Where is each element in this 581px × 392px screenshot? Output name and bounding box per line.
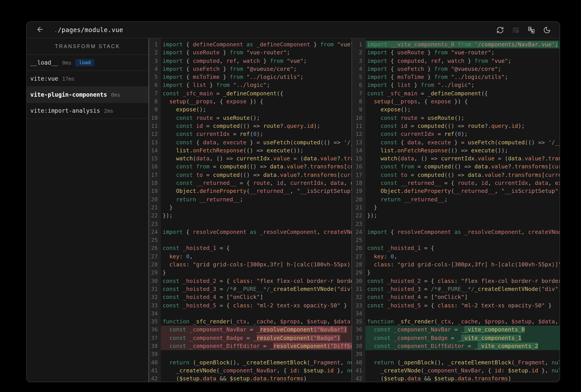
code-line: 2import { useRoute } from "vue-router"; <box>149 49 352 57</box>
code-line: 39 <box>352 350 560 358</box>
line-number: 27 <box>352 252 365 260</box>
code-text <box>365 310 560 318</box>
line-number: 29 <box>352 269 365 277</box>
sidebar-item-vite-plugin-components[interactable]: vite-plugin-components0ms <box>27 87 148 103</box>
code-text: key: 0, <box>365 252 560 260</box>
line-number: 28 <box>352 260 365 269</box>
line-number: 10 <box>149 114 161 122</box>
code-line: 38 const _component_DiffEditor = __vite_… <box>352 342 560 350</box>
code-text: import { useFetch } from "@vueuse/core"; <box>365 65 560 73</box>
code-text: const _component_NavBar = _resolveCompon… <box>161 326 352 334</box>
sidebar-item-load[interactable]: __load__0msload <box>27 55 148 71</box>
line-number: 39 <box>149 350 161 358</box>
code-line: 5import { msToTime } from "../logic/util… <box>149 73 352 81</box>
line-number: 13 <box>149 138 161 146</box>
line-number: 20 <box>352 195 365 204</box>
line-number: 10 <box>352 114 365 122</box>
line-number: 37 <box>352 334 365 342</box>
line-number: 36 <box>352 326 365 334</box>
wrap-lines-button[interactable] <box>512 26 520 34</box>
compare-columns-button[interactable] <box>528 26 535 34</box>
code-line: 12 const currentIdx = ref(0); <box>352 130 560 138</box>
code-text: setup(__props, { expose }) { <box>365 98 560 106</box>
line-number: 41 <box>352 366 365 375</box>
line-number: 8 <box>149 98 161 106</box>
code-text: import __vite_components_0 from '/compon… <box>365 40 560 49</box>
line-number: 35 <box>149 318 161 326</box>
code-line: 37 const _component_Badge = __vite_compo… <box>352 334 560 342</box>
code-text: return __returned__; <box>365 195 560 204</box>
code-line: 14 list.onFetchResponse(() => execute())… <box>149 146 352 155</box>
code-line: 33const _hoisted_5 = { class: "ml-2 text… <box>352 301 560 310</box>
line-number: 2 <box>149 49 161 57</box>
code-text: expose(); <box>161 106 352 114</box>
sidebar-item-vite-vue[interactable]: vite:vue17ms <box>27 71 148 87</box>
code-text: }); <box>161 212 352 220</box>
code-line: 9 expose(); <box>352 106 560 114</box>
code-text: import { list } from "../logic"; <box>365 81 560 90</box>
diff-word-highlight: resolveComponent("NavBar") <box>260 326 347 333</box>
code-line: 22}); <box>149 212 352 220</box>
code-line: 42 ($setup.data && $setup.data.transform… <box>149 375 352 382</box>
code-line: 32const _hoisted_4 = ["onClick"] <box>149 293 352 301</box>
code-text: import { useFetch } from "@vueuse/core"; <box>161 65 352 73</box>
code-text: _createVNode(_component_NavBar, { id: $s… <box>365 366 560 375</box>
code-line: 24import { resolveComponent as _resolveC… <box>149 228 352 236</box>
code-line: 4import { useFetch } from "@vueuse/core"… <box>149 65 352 73</box>
line-number: 3 <box>149 57 161 65</box>
code-line: 28 class: "grid grid-cols-[300px,3fr] h-… <box>149 260 352 269</box>
code-text <box>365 236 560 244</box>
code-text: }); <box>365 212 560 220</box>
line-number: 22 <box>149 212 161 220</box>
code-text: const _component_DiffEditor = __vite_com… <box>365 342 560 350</box>
dark-mode-button[interactable] <box>543 26 551 34</box>
code-line: 7const _sfc_main = _defineComponent({ <box>149 90 352 98</box>
code-text: list.onFetchResponse(() => execute()); <box>161 146 352 155</box>
diff-word-highlight: resolveComponent("Badge") <box>257 334 340 341</box>
back-button[interactable] <box>36 26 44 34</box>
line-number: 34 <box>149 310 161 318</box>
line-number: 30 <box>352 277 365 285</box>
refresh-button[interactable] <box>496 26 504 34</box>
code-text: const _hoisted_2 = { class: "flex flex-c… <box>365 277 560 285</box>
code-line: 30const _hoisted_2 = { class: "flex flex… <box>149 277 352 285</box>
line-number: 23 <box>149 220 161 228</box>
code-text: import { computed, ref, watch } from "vu… <box>365 57 560 65</box>
line-number: 6 <box>352 81 365 90</box>
code-line: 23 <box>149 220 352 228</box>
code-text: const _component_DiffEditor = _resolveCo… <box>161 342 352 350</box>
line-number: 25 <box>352 236 365 244</box>
code-text: const _hoisted_1 = { <box>365 244 560 252</box>
line-number: 37 <box>149 334 161 342</box>
line-number: 15 <box>352 154 365 163</box>
code-line: 19 Object.defineProperty(__returned__, "… <box>149 187 352 196</box>
code-text: const _hoisted_5 = { class: "ml-2 text-x… <box>365 301 560 310</box>
line-number: 31 <box>352 285 365 293</box>
code-text: import { msToTime } from "../logic/utils… <box>365 73 560 81</box>
line-number: 35 <box>352 318 365 326</box>
sidebar-item-vite-import-analysis[interactable]: vite:import-analysis2ms <box>27 103 148 119</box>
line-number: 14 <box>149 146 161 155</box>
diff-word-highlight: _vite_components_1 <box>461 334 522 341</box>
code-text: const _sfc_main = _defineComponent({ <box>161 90 352 98</box>
code-text: import { useRoute } from "vue-router"; <box>365 49 560 57</box>
code-line: 24import { resolveComponent as _resolveC… <box>352 228 560 236</box>
line-number: 29 <box>149 269 161 277</box>
code-text: const from = computed(() => data.value?.… <box>161 163 352 171</box>
diff-before-panel[interactable]: 1import { defineComponent as _defineComp… <box>149 38 352 382</box>
load-badge: load <box>76 59 94 66</box>
code-line: 18 const __returned__ = { route, id, cur… <box>352 179 560 187</box>
line-number: 13 <box>352 138 365 146</box>
code-line: 31const _hoisted_3 = /*#__PURE__*/_creat… <box>352 285 560 293</box>
line-number: 14 <box>352 146 365 155</box>
line-number: 30 <box>149 277 161 285</box>
code-text: const _hoisted_5 = { class: "ml-2 text-x… <box>161 301 352 310</box>
line-number: 38 <box>149 342 161 350</box>
diff-after-panel[interactable]: 1import __vite_components_0 from '/compo… <box>352 38 560 382</box>
plugin-time: 0ms <box>62 60 72 66</box>
code-line: 26const _hoisted_1 = { <box>149 244 352 252</box>
code-text: const __returned__ = { route, id, curren… <box>365 179 560 187</box>
code-text: class: "grid grid-cols-[300px,3fr] h-[ca… <box>365 260 560 269</box>
code-text: const to = computed(() => data.value?.tr… <box>161 171 352 179</box>
code-line: 29} <box>149 269 352 277</box>
